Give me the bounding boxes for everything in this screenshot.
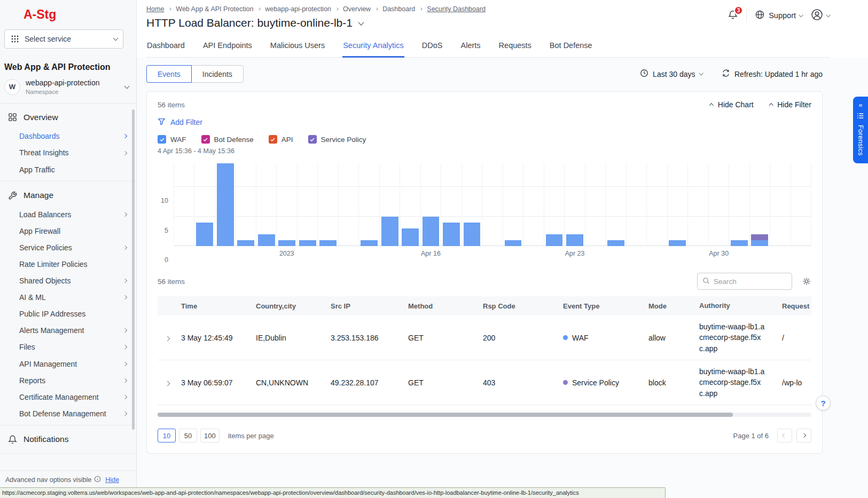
table-row[interactable]: 3 May 06:59:07 CN,UNKNOWN 49.232.28.107 … (158, 360, 811, 405)
support-icon (755, 10, 765, 21)
next-page-button[interactable] (796, 429, 811, 442)
chevron-down-icon (826, 13, 830, 17)
tab-requests[interactable]: Requests (498, 36, 532, 58)
event-type-dot (563, 335, 568, 340)
breadcrumb-item-web-app-api-protection[interactable]: Web App & API Protection (176, 5, 253, 13)
sidebar-item-reports[interactable]: Reports (0, 372, 136, 389)
tab-bot-defense[interactable]: Bot Defense (549, 36, 593, 58)
hide-chart-button[interactable]: Hide Chart (710, 100, 753, 109)
sidebar-item-app-traffic[interactable]: App Traffic (0, 161, 136, 178)
incidents-toggle-button[interactable]: Incidents (191, 65, 244, 83)
sidebar-item-app-firewall[interactable]: App Firewall (0, 223, 136, 239)
time-range-selector[interactable]: Last 30 days (640, 69, 702, 79)
content-area: Events Incidents Last 30 days (137, 58, 868, 498)
divider (746, 9, 747, 22)
bar-waf (402, 228, 419, 246)
breadcrumb-item-dashboard[interactable]: Dashboard (382, 5, 415, 13)
bar-waf (319, 240, 337, 246)
filter-checkbox-bot-defense[interactable]: Bot Defense (201, 135, 254, 144)
sidebar-section-notifications[interactable]: Notifications (0, 429, 136, 450)
events-toggle-button[interactable]: Events (146, 65, 192, 83)
filter-checkbox-api[interactable]: API (269, 135, 293, 144)
search-box[interactable] (697, 273, 792, 290)
sidebar-item-files[interactable]: Files (0, 339, 136, 355)
tab-api-endpoints[interactable]: API Endpoints (202, 36, 253, 58)
table-horizontal-scrollbar[interactable] (158, 413, 811, 417)
service-selector-label: Select service (25, 35, 109, 43)
search-input[interactable] (714, 278, 787, 286)
account-menu[interactable] (811, 9, 830, 22)
bar-waf (258, 234, 275, 246)
refresh-button[interactable]: Refresh: Updated 1 hr ago (722, 69, 823, 79)
bar-waf (299, 240, 316, 246)
add-filter-button[interactable]: Add Filter (158, 117, 202, 127)
breadcrumb-item-security-dashboard[interactable]: Security Dashboard (427, 5, 486, 13)
hide-filter-button[interactable]: Hide Filter (770, 100, 811, 109)
bar-waf (751, 240, 768, 246)
breadcrumb-separator-icon (375, 7, 378, 11)
notifications-bell-button[interactable]: 3 (728, 10, 738, 22)
sidebar-scrollbar[interactable] (132, 109, 135, 430)
sidebar-item-api-management[interactable]: API Management (0, 355, 136, 372)
sidebar-section-overview[interactable]: Overview (0, 107, 136, 128)
forensics-panel-tab[interactable]: « Forensics (853, 97, 868, 163)
page-size-100-button[interactable]: 100 (200, 429, 220, 442)
user-icon (811, 9, 823, 22)
bar-waf (669, 240, 686, 246)
checkbox-checked-icon (201, 135, 210, 144)
table-header-row: Time Country,city Src IP Method Rsp Code… (158, 296, 811, 315)
sidebar-item-ai-ml[interactable]: AI & ML (0, 289, 136, 306)
chevron-right-icon (123, 378, 127, 382)
chart-plot-area (174, 163, 811, 246)
sidebar-item-public-ip-addresses[interactable]: Public IP Addresses (0, 306, 136, 322)
sidebar-item-certificate-management[interactable]: Certificate Management (0, 389, 136, 405)
help-button[interactable]: ? (816, 396, 831, 410)
breadcrumb-item-webapp-api-protection[interactable]: webapp-api-protection (265, 5, 331, 13)
tab-security-analytics[interactable]: Security Analytics (342, 36, 404, 58)
tab-ddos[interactable]: DDoS (421, 36, 443, 58)
collapse-panel-icon: « (858, 101, 862, 108)
page-size-10-button[interactable]: 10 (158, 429, 176, 442)
namespace-selector[interactable]: W webapp-api-protection Namespace (0, 78, 136, 103)
logo: A-Stg (0, 0, 136, 28)
sidebar-item-dashboards[interactable]: Dashboards (0, 128, 136, 145)
sidebar-nav: OverviewDashboardsThreat InsightsApp Tra… (0, 103, 136, 454)
breadcrumb-item-home[interactable]: Home (146, 5, 164, 13)
table-settings-gear-icon[interactable] (802, 276, 811, 286)
sidebar-item-shared-objects[interactable]: Shared Objects (0, 273, 136, 289)
hide-nav-link[interactable]: Hide (105, 476, 119, 484)
chevron-right-icon (123, 212, 127, 216)
chevron-right-icon (123, 279, 127, 283)
filter-checkbox-service-policy[interactable]: Service Policy (308, 135, 366, 144)
sidebar-item-alerts-management[interactable]: Alerts Management (0, 322, 136, 339)
bar-waf (443, 223, 460, 246)
scrollbar-thumb[interactable] (158, 413, 733, 417)
support-menu[interactable]: Support (755, 10, 802, 21)
prev-page-button[interactable] (777, 429, 792, 442)
bar-waf (505, 240, 522, 246)
title-chevron-icon[interactable] (358, 19, 364, 25)
expand-row-icon[interactable] (165, 336, 170, 341)
sidebar-item-bot-defense-management[interactable]: Bot Defense Management (0, 405, 136, 422)
filter-checkbox-waf[interactable]: WAF (158, 135, 186, 144)
bar-waf (423, 217, 440, 246)
sidebar-section-manage[interactable]: Manage (0, 185, 136, 206)
tab-malicious-users[interactable]: Malicious Users (270, 36, 325, 58)
tab-alerts[interactable]: Alerts (460, 36, 481, 58)
table-row[interactable]: 3 May 12:45:49 IE,Dublin 3.253.153.186 G… (158, 315, 811, 360)
tab-bar: DashboardAPI EndpointsMalicious UsersSec… (146, 36, 830, 58)
expand-row-icon[interactable] (165, 381, 170, 386)
sidebar-item-rate-limiter-policies[interactable]: Rate Limiter Policies (0, 256, 136, 272)
service-selector[interactable]: Select service (4, 29, 123, 49)
breadcrumb-item-overview[interactable]: Overview (343, 5, 371, 13)
items-per-page-label: items per page (228, 432, 274, 440)
sidebar-item-load-balancers[interactable]: Load Balancers (0, 206, 136, 223)
tab-dashboard[interactable]: Dashboard (146, 36, 185, 58)
checkbox-checked-icon (158, 135, 166, 144)
sidebar-item-threat-insights[interactable]: Threat Insights (0, 145, 136, 161)
x-tick-label: Apr 16 (421, 250, 441, 257)
sidebar-item-service-policies[interactable]: Service Policies (0, 239, 136, 256)
namespace-avatar: W (4, 79, 20, 95)
page-size-50-button[interactable]: 50 (179, 429, 197, 442)
bar-waf (381, 217, 398, 246)
